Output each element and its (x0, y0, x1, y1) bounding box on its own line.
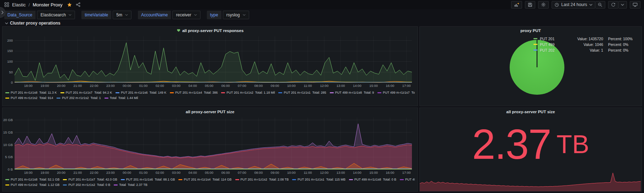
legend-series-toggle[interactable]: PUT 201 m-r1z1s1Total: 115 MB (292, 177, 345, 181)
series-total: Total: 1.44 Mil (118, 95, 138, 99)
variable-type: type rsyslog (207, 11, 249, 19)
refresh-button[interactable] (608, 1, 618, 9)
panel-title-put-responses[interactable]: all proxy-server PUT responses (2, 27, 418, 34)
pie-series-name[interactable]: PUT 201 (540, 36, 560, 42)
cycle-view-mode-button[interactable] (630, 1, 640, 9)
row-collapse-chevron-icon (5, 22, 8, 25)
series-total: Total: 914 (39, 95, 53, 99)
dashboards-grid-icon[interactable] (4, 2, 9, 7)
legend-series-toggle[interactable]: PUT 201 m-r1z1s2Total: 1.18 Mil (221, 90, 275, 94)
time-range-picker[interactable]: Last 24 hours (552, 1, 595, 9)
svg-text:12:00: 12:00 (320, 84, 328, 88)
svg-text:19:00: 19:00 (41, 84, 49, 88)
legend-series-toggle[interactable]: PUT 499 m-r1z1s8Total: 0 B (349, 177, 396, 181)
pie-series-name[interactable]: PUT 202 (540, 47, 560, 53)
share-icon[interactable] (76, 2, 81, 7)
favorite-star-icon[interactable] (67, 2, 72, 7)
legend-series-toggle[interactable]: PUT 201 m-r1z1s7Total: 42.0 GB (63, 177, 117, 181)
panel-title-put-size-stat[interactable]: all proxy-server PUT size (420, 108, 642, 115)
variable-value-dropdown[interactable]: 5m (113, 11, 132, 19)
variable-value-dropdown[interactable]: rsyslog (223, 11, 249, 19)
panel-title-proxy-put[interactable]: proxy PUT (420, 27, 642, 34)
svg-text:15 GB: 15 GB (3, 130, 13, 134)
variable-value-dropdown[interactable]: Elasticsearch (37, 11, 75, 19)
stat-unit: TB (557, 131, 589, 157)
series-name: PUT 201 m-r1z1s7 (66, 90, 92, 94)
legend-series-toggle[interactable]: PUT 201 m-r1z1s4Total: 386 (170, 90, 218, 94)
series-total: Total: 9 (364, 90, 374, 94)
breadcrumb-dashboard-title[interactable]: Monster Proxy (33, 2, 63, 7)
pie-series-name[interactable]: PUT 499 (540, 42, 560, 47)
chevron-down-icon (125, 14, 128, 16)
svg-text:23:00: 23:00 (106, 171, 115, 174)
panel-title-put-size[interactable]: all proxy-server PUT size (2, 108, 418, 115)
svg-text:02:00: 02:00 (156, 171, 164, 174)
svg-text:02:00: 02:00 (156, 84, 164, 88)
time-series-plot-size[interactable]: 18:0019:0020:0021:0022:0023:0000:0001:00… (2, 115, 415, 175)
svg-text:18:00: 18:00 (24, 84, 33, 88)
series-name: PUT 201 m-r1z1s2 (226, 90, 253, 94)
legend-series-toggle[interactable]: PUT 201 m-r1z1s6Total: 88.1 GB (121, 177, 175, 181)
svg-text:12:00: 12:00 (320, 171, 328, 174)
dashboard-row-toggle[interactable]: Cluster proxy operations (5, 21, 60, 26)
series-name: PUT 201 m-r1z1s6 (126, 177, 153, 181)
series-color-swatch (5, 92, 9, 93)
dashboard-settings-button[interactable] (538, 1, 549, 9)
series-color-swatch (400, 179, 404, 180)
series-color-swatch[interactable] (533, 44, 537, 45)
panel-put-size-chart: all proxy-server PUT size 18:0019:0020:0… (2, 108, 418, 192)
add-panel-button[interactable] (511, 1, 522, 9)
svg-text:18:00: 18:00 (24, 171, 33, 174)
legend-series-toggle[interactable]: PUT 202 m-r1z1s2Total: 0 B (63, 182, 110, 186)
panel-title-text: all proxy-server PUT responses (182, 28, 244, 33)
series-color-swatch[interactable] (533, 38, 537, 39)
legend-series-toggle[interactable]: PUT 201 m-r1z1s7Total: 94.2 K (60, 90, 112, 94)
stat-sparkline (420, 171, 641, 191)
pie-series-percent: Percent: 0% (605, 42, 637, 47)
pie-series-value: Value: 1046 (561, 42, 603, 47)
legend-row: PUT 201 m-r1z1s8Total: 11.3 KPUT 201 m-r… (5, 89, 415, 94)
legend-series-toggle[interactable]: PUT 202 m-r1z1s2Total: 1 (57, 95, 101, 99)
zoom-out-time-button[interactable] (595, 1, 605, 9)
time-series-plot-responses[interactable]: 18:0019:0020:0021:0022:0023:0000:0001:00… (2, 34, 415, 88)
legend-put-size: PUT 201 m-r1z1s8Total: 52.1 GBPUT 201 m-… (2, 175, 418, 186)
legend-series-toggle[interactable]: PUT 201 m-r1z1s4Total: 114 GB (178, 177, 231, 181)
legend-series-toggle[interactable]: PUT 499 m-r1z1s2Total: 914 (5, 95, 53, 99)
variable-value-dropdown[interactable]: receiver (172, 11, 200, 19)
series-color-swatch[interactable] (533, 49, 537, 51)
svg-text:15:00: 15:00 (369, 84, 378, 88)
variable-label: timeVariable (81, 11, 111, 19)
legend-series-toggle[interactable]: PUT 499 m-r1z1s7Total: 121 (377, 90, 415, 94)
stat-value-wrap: 2.37 TB (420, 118, 642, 171)
breadcrumb-app[interactable]: Elastic (12, 2, 26, 7)
series-name: PUT 499 m-r1z1s2 (11, 182, 37, 186)
legend-series-toggle[interactable]: PUT 499 m-r1z1s8Total: 9 (330, 90, 374, 94)
legend-series-toggle[interactable]: PUT 201 m-r1z1s1Total: 285 (278, 90, 326, 94)
legend-series-toggle[interactable]: PUT 201 m-r1z1s2Total: 2.08 TB (235, 177, 289, 181)
series-name: PUT 201 m-r1z1s2 (241, 177, 267, 181)
variable-time-variable: timeVariable 5m (81, 11, 131, 19)
legend-series-toggle[interactable]: PUT 201 m-r1z1s8Total: 11.3 K (5, 90, 57, 94)
legend-series-toggle[interactable]: PUT 499 m-r1z1s7Total: 67.2 MB (400, 177, 415, 181)
legend-series-toggle[interactable]: TotalTotal: 2.37 TB (114, 182, 147, 186)
series-total: Total: 149 K (150, 90, 167, 94)
panel-proxy-put-pie: proxy PUT PUT 201Value: 1435720Percent: … (419, 26, 642, 106)
save-dashboard-button[interactable] (525, 1, 535, 9)
series-color-swatch (178, 179, 182, 180)
legend-series-toggle[interactable]: PUT 201 m-r1z1s8Total: 52.1 GB (5, 177, 59, 181)
legend-series-toggle[interactable]: TotalTotal: 1.44 Mil (104, 95, 138, 99)
legend-series-toggle[interactable]: PUT 499 m-r1z1s2Total: 1.12 GB (5, 182, 59, 186)
svg-text:10 GB: 10 GB (3, 143, 13, 147)
svg-text:04:00: 04:00 (188, 171, 197, 174)
series-color-swatch (5, 184, 9, 186)
series-name: PUT 201 m-r1z1s1 (284, 90, 310, 94)
refresh-interval-dropdown[interactable] (618, 1, 627, 9)
series-name: PUT 499 m-r1z1s8 (354, 177, 381, 181)
series-total: Total: 115 MB (326, 177, 345, 181)
svg-text:0 B: 0 B (8, 167, 13, 171)
chevron-down-icon (69, 14, 71, 16)
legend-series-toggle[interactable]: PUT 201 m-r1z1s6Total: 149 K (116, 90, 166, 94)
variable-label: type (207, 11, 221, 19)
series-total: Total: 121 (412, 90, 415, 94)
svg-text:22:00: 22:00 (90, 171, 98, 174)
